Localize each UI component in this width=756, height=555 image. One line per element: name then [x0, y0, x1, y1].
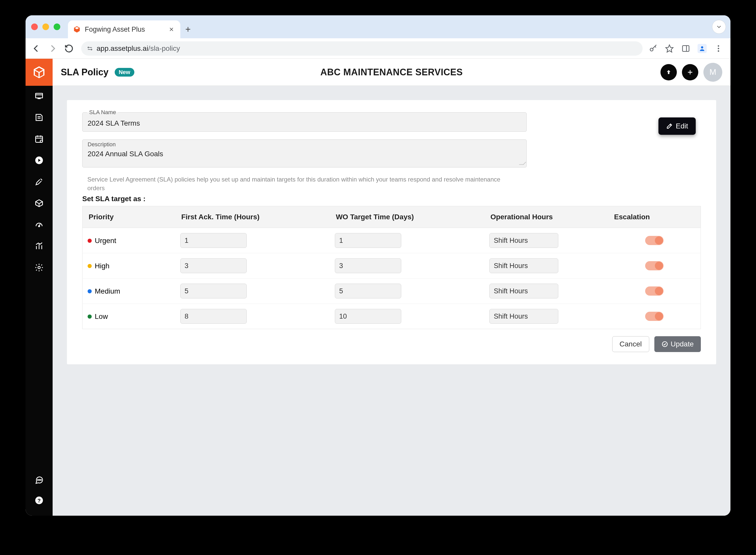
escalation-toggle[interactable]: [645, 287, 664, 296]
profile-badge-icon[interactable]: [697, 43, 708, 54]
escalation-toggle[interactable]: [645, 236, 664, 245]
header-actions: M: [661, 63, 722, 82]
ack-time-input[interactable]: 1: [180, 233, 247, 248]
svg-point-10: [718, 48, 719, 49]
svg-point-25: [39, 226, 40, 227]
col-priority: Priority: [82, 206, 175, 228]
svg-point-4: [650, 48, 653, 51]
helper-text: Service Level Agreement (SLA) policies h…: [87, 175, 516, 192]
app-main: SLA Policy New ABC MAINTENANCE SERVICES …: [53, 59, 730, 516]
ack-time-input[interactable]: 3: [180, 258, 247, 273]
app-frame: ? SLA Policy New ABC MAINTENANCE SERVICE…: [26, 59, 730, 516]
operational-hours-select[interactable]: Shift Hours: [489, 258, 558, 273]
upload-button[interactable]: [661, 64, 677, 80]
escalation-toggle[interactable]: [645, 312, 664, 321]
svg-point-32: [41, 480, 41, 480]
bookmark-star-icon[interactable]: [664, 43, 675, 54]
table-row: Low810Shift Hours: [82, 304, 701, 329]
workorders-icon[interactable]: [34, 112, 44, 123]
escalation-toggle[interactable]: [645, 261, 664, 270]
new-tab-button[interactable]: +: [180, 20, 196, 38]
sla-table: Priority First Ack. Time (Hours) WO Targ…: [82, 206, 701, 329]
col-target: WO Target Time (Days): [330, 206, 484, 228]
tab-bar: Fogwing Asset Plus × +: [26, 15, 730, 38]
avatar[interactable]: M: [703, 63, 722, 82]
window-toggle-button[interactable]: [712, 20, 726, 34]
description-label: Description: [88, 141, 116, 148]
browser-window: Fogwing Asset Plus × + app.assetplus.ai/…: [26, 15, 730, 516]
sidebar-nav: [34, 86, 44, 273]
analytics-icon[interactable]: [34, 241, 44, 251]
dashboard-icon[interactable]: [34, 91, 44, 101]
calendar-icon[interactable]: [34, 134, 44, 144]
app-logo[interactable]: [26, 59, 53, 86]
address-bar-actions: [648, 43, 727, 54]
priority-dot-icon: [88, 264, 92, 268]
sidebar: ?: [26, 59, 53, 516]
edit-button[interactable]: Edit: [659, 118, 696, 135]
col-esc: Escalation: [608, 206, 701, 228]
cancel-button[interactable]: Cancel: [612, 336, 649, 352]
priority-dot-icon: [88, 314, 92, 318]
sla-card: Edit SLA Name 2024 SLA Terms Description…: [67, 100, 716, 364]
svg-point-9: [718, 45, 719, 47]
update-button[interactable]: Update: [654, 336, 701, 352]
add-button[interactable]: [682, 64, 698, 80]
window-close-button[interactable]: [31, 24, 38, 30]
target-time-input[interactable]: 5: [335, 284, 401, 298]
tab-title: Fogwing Asset Plus: [85, 26, 163, 34]
settings-icon[interactable]: [34, 262, 44, 273]
gauge-icon[interactable]: [34, 220, 44, 230]
svg-rect-6: [682, 45, 689, 51]
ack-time-input[interactable]: 8: [180, 309, 247, 324]
help-icon[interactable]: ?: [34, 495, 44, 506]
app-header: SLA Policy New ABC MAINTENANCE SERVICES …: [53, 59, 730, 86]
svg-point-31: [39, 480, 40, 480]
browser-tab[interactable]: Fogwing Asset Plus ×: [68, 20, 180, 38]
update-button-label: Update: [671, 340, 694, 348]
panel-icon[interactable]: [680, 43, 691, 54]
sla-name-value: 2024 SLA Terms: [88, 119, 521, 127]
window-controls: [31, 15, 68, 38]
forward-button[interactable]: [45, 41, 60, 56]
description-field[interactable]: Description 2024 Annual SLA Goals: [82, 139, 527, 167]
operational-hours-select[interactable]: Shift Hours: [489, 233, 558, 248]
table-row: Urgent11Shift Hours: [82, 228, 701, 253]
priority-dot-icon: [88, 239, 92, 243]
chat-icon[interactable]: [34, 475, 44, 485]
reload-button[interactable]: [62, 41, 76, 56]
target-time-input[interactable]: 3: [335, 258, 401, 273]
svg-rect-12: [36, 93, 43, 98]
site-settings-icon[interactable]: [87, 45, 93, 51]
priority-name: Urgent: [95, 237, 116, 245]
media-icon[interactable]: [34, 155, 44, 165]
description-value: 2024 Annual SLA Goals: [88, 150, 521, 158]
priority-name: High: [95, 262, 110, 270]
tools-icon[interactable]: [34, 177, 44, 187]
ack-time-input[interactable]: 5: [180, 284, 247, 298]
svg-point-8: [701, 46, 703, 48]
inventory-icon[interactable]: [34, 198, 44, 208]
url-text: app.assetplus.ai/sla-policy: [96, 44, 180, 53]
operational-hours-select[interactable]: Shift Hours: [489, 309, 558, 324]
status-badge: New: [115, 68, 134, 77]
target-time-input[interactable]: 1: [335, 233, 401, 248]
svg-point-21: [40, 140, 43, 142]
password-key-icon[interactable]: [648, 43, 659, 54]
operational-hours-select[interactable]: Shift Hours: [489, 284, 558, 298]
svg-point-29: [38, 266, 40, 269]
target-time-input[interactable]: 10: [335, 309, 401, 324]
svg-point-30: [38, 480, 38, 480]
section-title: Set SLA target as :: [82, 195, 701, 203]
window-minimize-button[interactable]: [42, 24, 49, 30]
sla-name-label: SLA Name: [87, 109, 118, 116]
window-maximize-button[interactable]: [54, 24, 60, 30]
tab-close-button[interactable]: ×: [167, 25, 175, 34]
priority-dot-icon: [88, 289, 92, 293]
sla-name-field[interactable]: SLA Name 2024 SLA Terms: [82, 112, 527, 132]
resize-grip-icon[interactable]: [519, 162, 526, 165]
back-button[interactable]: [29, 41, 43, 56]
table-row: High33Shift Hours: [82, 253, 701, 279]
menu-dots-icon[interactable]: [713, 43, 724, 54]
url-input[interactable]: app.assetplus.ai/sla-policy: [81, 41, 643, 56]
